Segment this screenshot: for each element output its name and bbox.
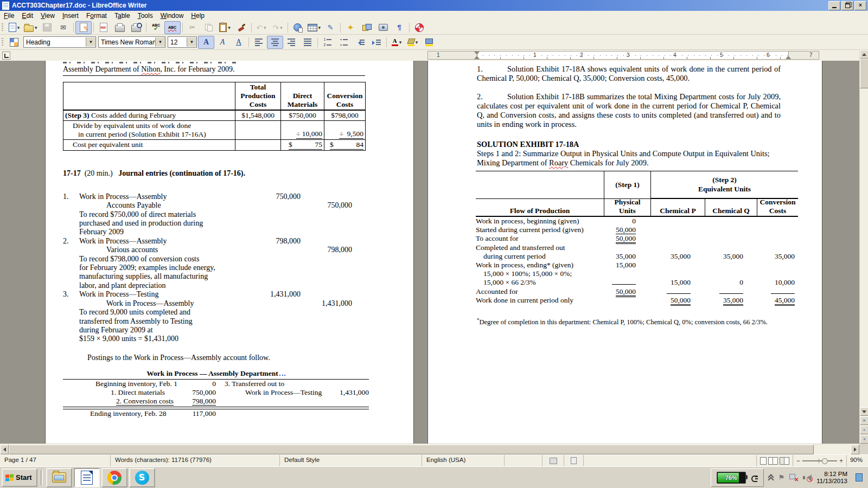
menu-file[interactable]: File	[0, 11, 18, 20]
menu-view[interactable]: View	[37, 11, 59, 20]
close-button[interactable]: ×	[854, 1, 866, 10]
minimize-button[interactable]	[828, 1, 840, 10]
numbered-list-button[interactable]: 12	[320, 36, 336, 49]
highlight-color-button[interactable]	[405, 36, 421, 49]
cut-button[interactable]: ✂	[184, 21, 201, 34]
zoom-out-icon[interactable]: −	[796, 458, 800, 464]
horizontal-ruler[interactable]: 1 1 2 3 4 5 6 7	[427, 51, 819, 60]
volume-muted-icon[interactable]	[803, 474, 812, 481]
show-desktop-button[interactable]	[856, 473, 863, 481]
spellcheck-button[interactable]: ABC✔	[148, 21, 164, 34]
chevron-down-icon[interactable]: ▼	[86, 37, 95, 47]
menu-tools[interactable]: Tools	[134, 11, 157, 20]
battery-block[interactable]: 76%	[711, 468, 764, 487]
clock[interactable]: 8:12 PM 11/13/2013	[816, 471, 851, 485]
menu-help[interactable]: Help	[187, 11, 208, 20]
hyperlink-button[interactable]	[290, 21, 306, 34]
single-page-view-icon[interactable]	[760, 457, 767, 465]
taskbar-chrome-button[interactable]	[101, 468, 127, 487]
horizontal-scrollbar[interactable]	[0, 444, 859, 454]
styles-button[interactable]	[6, 36, 22, 49]
toolbar-grip[interactable]	[2, 23, 3, 32]
taskbar-skype-button[interactable]: S	[129, 468, 155, 487]
document-page-left[interactable]: Assembly Department of Nihon, Inc. for F…	[45, 61, 414, 444]
page-preview-button[interactable]	[128, 21, 144, 34]
tab-type-selector[interactable]	[2, 52, 10, 60]
open-button[interactable]	[22, 21, 39, 34]
show-hidden-icons-chevron[interactable]	[768, 475, 774, 480]
zoom-slider[interactable]: − +	[793, 455, 847, 466]
page-style[interactable]: Default Style	[280, 455, 422, 466]
italic-button[interactable]: A	[214, 36, 231, 49]
print-button[interactable]	[112, 21, 128, 34]
insert-mode[interactable]	[505, 455, 542, 466]
zoom-in-icon[interactable]: +	[839, 458, 843, 464]
copy-button[interactable]	[201, 21, 217, 34]
book-view-icon[interactable]	[780, 457, 789, 465]
ruler-right-margin[interactable]	[788, 52, 819, 59]
redo-button[interactable]: ↷	[270, 21, 286, 34]
next-page-button[interactable]: »	[860, 435, 868, 444]
email-button[interactable]: ✉	[55, 21, 72, 34]
decrease-indent-button[interactable]	[352, 36, 368, 49]
zoom-slider-thumb[interactable]	[822, 458, 828, 464]
chevron-down-icon[interactable]: ▼	[187, 37, 196, 47]
export-pdf-button[interactable]: PDF	[95, 21, 112, 34]
menu-insert[interactable]: Insert	[59, 11, 82, 20]
scroll-up-button[interactable]	[860, 50, 868, 59]
network-disconnected-icon[interactable]	[789, 474, 798, 481]
paste-button[interactable]	[217, 21, 233, 34]
toolbar-grip[interactable]	[2, 38, 3, 47]
show-draw-functions-button[interactable]: ✎	[322, 21, 339, 34]
action-center-flag-icon[interactable]: ⚑	[778, 473, 785, 481]
taskbar-explorer-button[interactable]	[46, 468, 72, 487]
scroll-left-button[interactable]	[0, 445, 9, 454]
scroll-right-button[interactable]	[851, 445, 859, 454]
clone-formatting-button[interactable]	[233, 21, 250, 34]
align-left-button[interactable]	[251, 36, 267, 49]
data-sources-button[interactable]	[375, 21, 391, 34]
start-button[interactable]: Start	[2, 468, 37, 487]
align-center-button[interactable]	[267, 36, 283, 49]
language-selector[interactable]: English (USA)	[422, 455, 505, 466]
navigate-by-button[interactable]: •	[860, 426, 868, 434]
paragraph-style-combobox[interactable]: Heading ▼	[23, 36, 96, 48]
right-indent-marker[interactable]	[786, 53, 791, 59]
horizontal-scroll-thumb[interactable]	[9, 445, 814, 454]
document-page-right[interactable]: 1.Solution Exhibit 17-18A shows equivale…	[427, 61, 822, 444]
background-color-button[interactable]	[421, 36, 437, 49]
new-document-button[interactable]	[6, 21, 22, 34]
bullet-list-button[interactable]: ••	[336, 36, 352, 49]
previous-page-button[interactable]: »	[860, 416, 868, 425]
underline-button[interactable]: A	[231, 36, 247, 49]
align-right-button[interactable]	[283, 36, 299, 49]
menu-window[interactable]: Window	[157, 11, 188, 20]
zoom-percent[interactable]: 90%	[847, 455, 868, 466]
formatting-marks-button[interactable]: ¶	[391, 21, 407, 34]
increase-indent-button[interactable]	[368, 36, 385, 49]
word-count[interactable]: Words (characters): 11716 (77976)	[111, 455, 280, 466]
align-justify-button[interactable]	[299, 36, 316, 49]
left-indent-marker[interactable]	[474, 53, 480, 59]
selection-mode[interactable]	[542, 455, 564, 466]
menu-table[interactable]: Table	[111, 11, 134, 20]
help-button[interactable]	[411, 21, 427, 34]
document-modified[interactable]	[564, 455, 584, 466]
bold-button[interactable]: A	[198, 36, 214, 49]
page-indicator[interactable]: Page 1 / 47	[0, 455, 111, 466]
font-size-combobox[interactable]: 12 ▼	[168, 36, 197, 48]
vertical-scrollbar[interactable]: » • »	[859, 50, 868, 444]
font-name-combobox[interactable]: Times New Roman ▼	[98, 36, 165, 48]
menu-edit[interactable]: Edit	[18, 11, 37, 20]
insert-table-button[interactable]	[306, 21, 323, 34]
menu-format[interactable]: Format	[82, 11, 111, 20]
font-color-button[interactable]: A	[388, 36, 405, 49]
navigator-button[interactable]: ✦	[342, 21, 359, 34]
multi-page-view-icon[interactable]	[768, 457, 778, 465]
gallery-button[interactable]	[359, 21, 375, 34]
ruler-left-margin[interactable]	[428, 52, 477, 59]
chevron-down-icon[interactable]: ▼	[155, 37, 165, 47]
save-button[interactable]	[39, 21, 55, 34]
scroll-down-button[interactable]	[860, 407, 868, 416]
edit-file-button[interactable]	[75, 21, 92, 34]
